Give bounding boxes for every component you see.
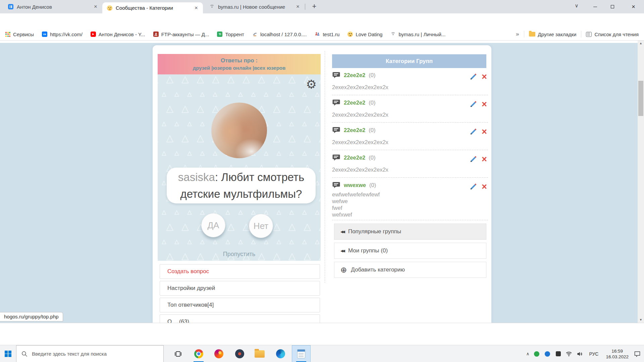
category-name[interactable]: wwexwe (344, 182, 366, 188)
task-view-button[interactable] (169, 345, 187, 362)
antenna-favicon (209, 4, 215, 9)
close-icon[interactable]: × (92, 3, 99, 10)
taskbar-app-icon[interactable] (230, 345, 249, 362)
category-name[interactable]: 22ee2e2 (344, 155, 365, 161)
window-close-button[interactable]: × (625, 0, 642, 13)
bookmark-love-dating[interactable]: Love Dating (347, 32, 382, 37)
new-tab-button[interactable]: + (309, 2, 319, 11)
dashed-separator (332, 177, 488, 178)
double-arrow-icon: ◀◀ (340, 230, 344, 234)
edit-pencil-icon[interactable] (470, 156, 477, 163)
tab-title: bymas.ru | Новое сообщение (218, 4, 291, 10)
page-top-strip (0, 41, 644, 43)
page-scrollbar[interactable]: ▲ ▼ (638, 41, 644, 323)
add-category-button[interactable]: ⊕ Добавить категорию (334, 262, 486, 278)
category-name[interactable]: 22ee2e2 (344, 100, 365, 106)
comment-bubble-icon (332, 126, 340, 134)
double-arrow-icon: ◀◀ (340, 249, 344, 253)
tab-bymas-message[interactable]: bymas.ru | Новое сообщение × (205, 0, 305, 13)
bookmark-torrent[interactable]: TI Торрент (217, 32, 244, 37)
edit-pencil-icon[interactable] (470, 73, 477, 80)
category-item[interactable]: 22ee2e2 (0) 2exex2ex2ex2ex2ex2x (332, 126, 486, 145)
taskbar-edge-icon[interactable] (271, 345, 290, 362)
bookmark-test1[interactable]: test1.ru (315, 32, 339, 37)
delete-x-icon[interactable]: × (482, 156, 487, 163)
category-item[interactable]: 22ee2e2 (0) 2exex2ex2ex2ex2ex2x (332, 154, 486, 173)
taskbar-explorer-icon[interactable] (250, 345, 269, 362)
taskbar-chrome-icon[interactable] (189, 345, 208, 362)
network-icon[interactable] (566, 351, 572, 357)
tray-dark-icon[interactable] (555, 351, 561, 357)
tab-title: Сообщества - Категории (116, 5, 190, 11)
bookmark-label: Антон Денисов - Y... (99, 32, 145, 37)
reading-list-icon (586, 32, 592, 37)
my-groups-button[interactable]: ◀◀ Мои группы (0) (334, 243, 486, 259)
gear-icon[interactable]: ⚙ (306, 78, 317, 90)
action-center-icon[interactable] (634, 351, 641, 357)
edit-pencil-icon[interactable] (470, 183, 477, 190)
tab-communities-categories[interactable]: Сообщества - Категории × (102, 2, 203, 13)
scrollbar-thumb[interactable] (638, 81, 643, 116)
keyboard-language[interactable]: РУС (587, 351, 600, 357)
category-name[interactable]: 22ee2e2 (344, 127, 365, 133)
start-button[interactable] (0, 345, 16, 362)
window-minimize-button[interactable] (587, 0, 604, 13)
taskbar-search[interactable] (16, 345, 164, 362)
tab-search-chevron-icon[interactable]: ∨ (572, 3, 581, 9)
delete-x-icon[interactable]: × (482, 183, 487, 190)
delete-x-icon[interactable]: × (482, 101, 487, 108)
close-icon[interactable]: × (294, 3, 301, 10)
tab-anton-denisov[interactable]: Антон Денисов × (3, 0, 102, 13)
volume-icon[interactable] (576, 351, 583, 357)
scroll-down-icon[interactable]: ▼ (638, 317, 644, 323)
bookmark-services[interactable]: Сервисы (5, 32, 34, 37)
bookmark-localhost[interactable]: localhost / 127.0.0.... (252, 32, 307, 37)
taskbar-document-app-icon[interactable] (292, 345, 311, 362)
close-icon[interactable]: × (193, 5, 200, 11)
question-author[interactable]: sasiska (178, 171, 215, 183)
edit-pencil-icon[interactable] (470, 101, 477, 108)
apps-grid-icon (5, 32, 10, 37)
category-count: (0) (369, 155, 375, 161)
question-text: sasiska: Любит смотреть детские мультфил… (173, 169, 310, 202)
menu-create-question[interactable]: Создать вопрос (160, 264, 320, 279)
category-description: ewfwefwefefewfewf wefwe fwef wefxwef (332, 191, 486, 218)
bookmark-bymas-personal[interactable]: bymas.ru | Личный... (390, 32, 445, 37)
add-category-label: Добавить категорию (351, 266, 405, 273)
taskbar-clock[interactable]: 16:59 16.03.2022 (604, 348, 630, 360)
bookmark-vk[interactable]: VK https://vk.com/ (42, 32, 83, 37)
taskbar-firefox-icon[interactable] (209, 345, 228, 362)
phpmyadmin-icon (252, 32, 258, 37)
bookmark-label: https://vk.com/ (50, 32, 83, 37)
popular-groups-button[interactable]: ◀◀ Популярные группы (334, 224, 486, 240)
edit-pencil-icon[interactable] (470, 128, 477, 135)
category-item[interactable]: wwexwe (0) ewfwefwefefewfewf wefwe fwef … (332, 181, 486, 218)
menu-friends-settings[interactable]: Настройки друзей (160, 281, 320, 296)
bookmark-ftp-accounts[interactable]: Д FTP-аккаунты — Д... (153, 32, 209, 37)
category-name[interactable]: 22ee2e2 (344, 72, 365, 78)
scroll-up-icon[interactable]: ▲ (638, 41, 644, 46)
search-input[interactable] (32, 351, 153, 357)
answer-yes-button[interactable]: ДА (201, 213, 225, 237)
skip-link[interactable]: Пропустить (158, 251, 321, 258)
menu-top-responders[interactable]: Топ ответчиков[4] (160, 298, 320, 312)
dashed-separator (332, 95, 488, 95)
delete-x-icon[interactable]: × (482, 128, 487, 135)
bookmarks-overflow-icon[interactable]: » (516, 31, 519, 38)
bookmarks-bar: Сервисы VK https://vk.com/ Антон Денисов… (0, 28, 644, 41)
tray-expand-icon[interactable]: ∧ (526, 351, 530, 356)
other-bookmarks-button[interactable]: Другие закладки (529, 32, 577, 37)
reading-list-button[interactable]: Список для чтения (586, 32, 639, 37)
category-item[interactable]: 22ee2e2 (0) 2exex2ex2ex2ex2ex2x (332, 71, 486, 90)
category-item[interactable]: 22ee2e2 (0) 2exex2ex2ex2ex2ex2x (332, 99, 486, 118)
window-maximize-button[interactable] (604, 0, 621, 13)
bookmark-youtube-channel[interactable]: Антон Денисов - Y... (91, 32, 145, 37)
answer-no-button[interactable]: Нет (249, 214, 273, 238)
tray-blue-icon[interactable] (544, 351, 551, 357)
question-header-links[interactable]: друзей |юзеров онлайн |всех юзеров (158, 65, 321, 71)
tray-green-icon[interactable] (533, 351, 540, 357)
delete-x-icon[interactable]: × (482, 73, 487, 80)
category-description: 2exex2ex2ex2ex2ex2x (332, 84, 486, 90)
comment-bubble-icon (332, 99, 340, 107)
category-count: (0) (369, 100, 375, 106)
